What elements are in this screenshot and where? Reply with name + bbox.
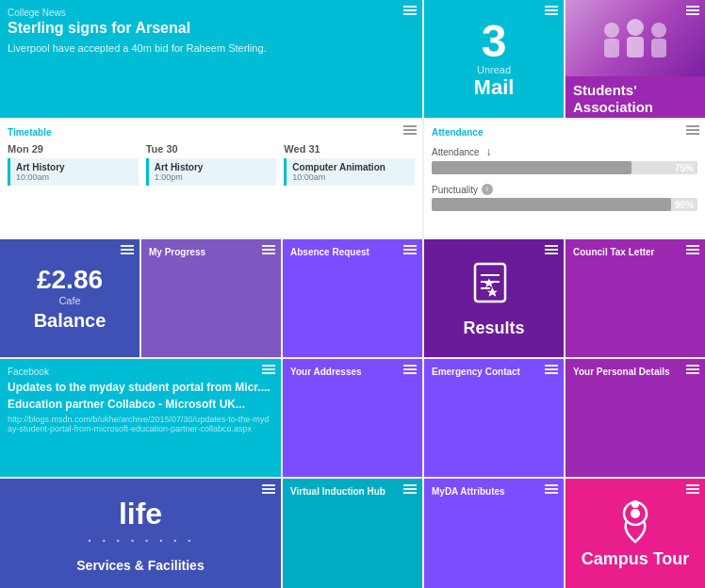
mail-count: 3 (482, 19, 507, 64)
class-computer-animation: Computer Animation 10:00am (284, 158, 415, 186)
balance-label: Balance (34, 310, 107, 332)
results-menu[interactable] (545, 245, 558, 254)
timetable-menu[interactable] (403, 125, 417, 135)
virtual-hub-label: Virtual Induction Hub (290, 486, 415, 497)
campus-tour-label: Campus Tour (582, 549, 690, 570)
my-progress-tile[interactable]: My Progress (141, 239, 281, 357)
personal-details-tile[interactable]: Your Personal Details (566, 359, 705, 477)
attendance-menu[interactable] (686, 125, 699, 135)
svg-rect-5 (651, 39, 666, 57)
svg-point-4 (651, 23, 666, 38)
facebook-title: Updates to the myday student portal from… (8, 381, 273, 394)
attendance-label: Attendance ↓ (432, 145, 697, 158)
my-progress-menu[interactable] (262, 245, 275, 254)
life-logo: life · · · · · · · · (87, 498, 193, 550)
results-icon (467, 258, 520, 311)
myda-label: MyDA Attributes (432, 486, 556, 497)
personal-details-label: Your Personal Details (573, 367, 697, 377)
virtual-hub-tile[interactable]: Virtual Induction Hub (283, 479, 422, 588)
timetable-day-mon: Mon 29 Art History 10:00am (8, 143, 139, 188)
addresses-menu[interactable] (403, 365, 417, 374)
news-body: Liverpool have accepted a 40m bid for Ra… (8, 42, 415, 54)
day-label-mon: Mon 29 (8, 143, 139, 155)
students-assoc-tile[interactable]: Students' Association (566, 0, 705, 118)
results-tile[interactable]: Results (424, 239, 564, 357)
virtual-hub-menu[interactable] (403, 484, 417, 494)
punctuality-label: Punctuality i (432, 184, 697, 195)
myda-menu[interactable] (545, 484, 558, 494)
emergency-menu[interactable] (545, 365, 558, 374)
campus-tour-tile[interactable]: Campus Tour (566, 479, 705, 588)
services-menu[interactable] (262, 484, 275, 494)
emergency-label: Emergency Contact (432, 367, 556, 377)
punctuality-percent: 90% (675, 200, 694, 210)
punctuality-row: Punctuality i 90% (432, 184, 697, 211)
services-tile[interactable]: life · · · · · · · · Services & Faciliti… (0, 479, 281, 588)
college-news-tile: College News Sterling signs for Arsenal … (0, 0, 422, 118)
timetable-header: Timetable (8, 127, 415, 138)
attendance-bar-bg: 75% (432, 161, 697, 174)
absence-request-label: Absence Request (290, 247, 415, 257)
people-illustration (593, 16, 678, 73)
svg-rect-1 (604, 39, 619, 57)
mail-label: Mail (474, 75, 515, 100)
class-art-history-mon: Art History 10:00am (8, 158, 139, 186)
mail-tile[interactable]: 3 Unread Mail (424, 0, 564, 118)
svg-rect-3 (627, 37, 644, 57)
balance-menu[interactable] (121, 245, 134, 254)
day-label-tue: Tue 30 (146, 143, 277, 155)
day-label-wed: Wed 31 (284, 143, 415, 155)
attendance-arrow: ↓ (486, 145, 492, 158)
attendance-header: Attendance (432, 127, 697, 138)
balance-sub: Cafe (58, 295, 80, 306)
attendance-row: Attendance ↓ 75% (432, 145, 697, 174)
students-assoc-menu[interactable] (686, 6, 699, 15)
news-headline: Sterling signs for Arsenal (8, 20, 415, 37)
mail-menu[interactable] (545, 6, 558, 15)
council-tax-tile[interactable]: Council Tax Letter (566, 239, 705, 357)
facebook-subtitle: Education partner Collabco - Microsoft U… (8, 398, 273, 411)
svg-point-2 (627, 19, 644, 36)
punctuality-info-icon[interactable]: i (482, 184, 493, 195)
news-category: College News (8, 8, 415, 18)
timetable-day-wed: Wed 31 Computer Animation 10:00am (284, 143, 415, 188)
timetable-tile: Timetable Mon 29 Art History 10:00am Tue… (0, 120, 422, 237)
facebook-tile[interactable]: Facebook Updates to the myday student po… (0, 359, 281, 477)
life-dots: · · · · · · · · (87, 529, 193, 550)
mail-unread-label: Unread (477, 64, 511, 75)
absence-request-menu[interactable] (403, 245, 417, 254)
results-label: Results (463, 318, 524, 338)
myda-tile[interactable]: MyDA Attributes (424, 479, 564, 588)
council-tax-label: Council Tax Letter (573, 247, 697, 257)
balance-amount: £2.86 (37, 265, 103, 295)
campus-tour-menu[interactable] (686, 484, 699, 494)
college-news-menu[interactable] (403, 6, 417, 15)
svg-marker-11 (484, 279, 495, 288)
my-progress-label: My Progress (149, 247, 273, 257)
facebook-url: http://blogs.msdn.com/b/ukhe/archive/201… (8, 415, 273, 433)
attendance-bar-fill: 75% (432, 161, 631, 174)
balance-tile[interactable]: £2.86 Cafe Balance (0, 239, 139, 357)
personal-details-menu[interactable] (686, 365, 699, 374)
students-assoc-title: Students' Association (573, 82, 697, 116)
punctuality-bar-fill: 90% (432, 198, 671, 211)
facebook-source: Facebook (8, 367, 273, 377)
timetable-day-tue: Tue 30 Art History 1:00pm (146, 143, 277, 188)
attendance-percent: 75% (675, 163, 694, 173)
svg-point-13 (631, 509, 640, 518)
svg-point-0 (604, 23, 619, 38)
svg-point-14 (631, 500, 639, 508)
services-label: Services & Facilities (76, 558, 204, 573)
attendance-tile: Attendance Attendance ↓ 75% Punctuality … (424, 120, 705, 237)
punctuality-bar-bg: 90% (432, 198, 697, 211)
absence-request-tile[interactable]: Absence Request (283, 239, 422, 357)
addresses-label: Your Addresses (290, 367, 415, 377)
emergency-tile[interactable]: Emergency Contact (424, 359, 564, 477)
class-art-history-tue: Art History 1:00pm (146, 158, 277, 186)
timetable-days: Mon 29 Art History 10:00am Tue 30 Art Hi… (8, 143, 415, 188)
life-text: life (87, 498, 193, 529)
addresses-tile[interactable]: Your Addresses (283, 359, 422, 477)
council-tax-menu[interactable] (686, 245, 699, 254)
campus-tour-icon (613, 500, 658, 549)
